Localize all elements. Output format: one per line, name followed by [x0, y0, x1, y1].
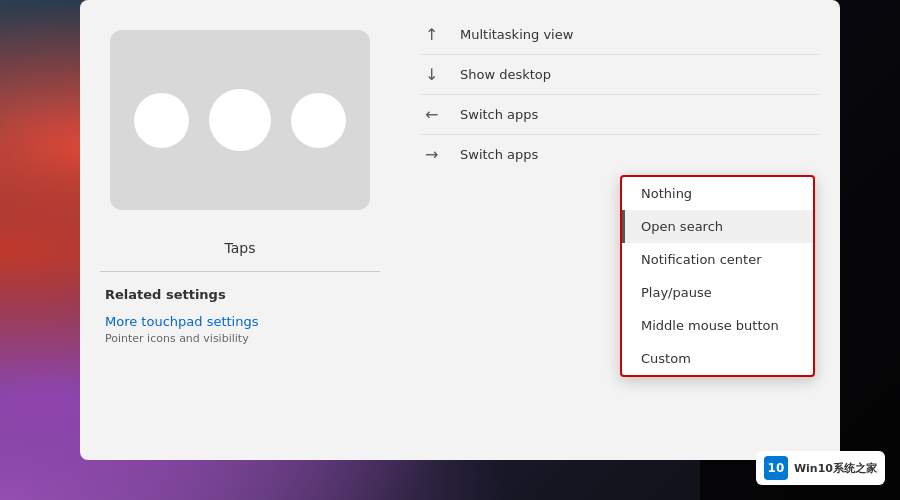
dropdown-item-middle-mouse[interactable]: Middle mouse button: [622, 309, 813, 342]
more-touchpad-settings-link[interactable]: More touchpad settings: [105, 314, 258, 329]
watermark-icon: 10: [764, 456, 788, 480]
dropdown-item-nothing[interactable]: Nothing: [622, 177, 813, 210]
dropdown-item-notification-center[interactable]: Notification center: [622, 243, 813, 276]
dropdown-item-play-pause[interactable]: Play/pause: [622, 276, 813, 309]
arrow-down-icon: ↓: [425, 65, 445, 84]
gesture-row-show-desktop: ↓ Show desktop: [420, 55, 820, 95]
pointer-icons-label: Pointer icons and visibility: [105, 332, 258, 345]
arrow-left-icon: ←: [425, 105, 445, 124]
left-section: Taps Related settings More touchpad sett…: [80, 0, 400, 460]
touchpad-circle-middle: [209, 89, 271, 151]
gesture-label-multitasking: Multitasking view: [460, 27, 815, 42]
watermark-text: Win10系统之家: [794, 461, 877, 476]
related-settings: Related settings More touchpad settings …: [100, 287, 258, 345]
gesture-row-multitasking: ↑ Multitasking view: [420, 15, 820, 55]
gesture-row-switch-apps-right: → Switch apps: [420, 135, 820, 174]
gesture-label-switch-apps-right: Switch apps: [460, 147, 815, 162]
touchpad-preview: [110, 30, 370, 210]
gesture-dropdown[interactable]: Nothing Open search Notification center …: [620, 175, 815, 377]
taps-label: Taps: [225, 240, 256, 256]
arrow-right-icon: →: [425, 145, 445, 164]
gesture-label-show-desktop: Show desktop: [460, 67, 815, 82]
watermark: 10 Win10系统之家: [756, 451, 885, 485]
dropdown-item-custom[interactable]: Custom: [622, 342, 813, 375]
gesture-row-switch-apps-left: ← Switch apps: [420, 95, 820, 135]
arrow-up-icon: ↑: [425, 25, 445, 44]
related-settings-title: Related settings: [105, 287, 258, 302]
touchpad-circle-left: [134, 93, 189, 148]
dropdown-item-open-search[interactable]: Open search: [622, 210, 813, 243]
gesture-label-switch-apps-left: Switch apps: [460, 107, 815, 122]
divider: [100, 271, 380, 272]
touchpad-circle-right: [291, 93, 346, 148]
